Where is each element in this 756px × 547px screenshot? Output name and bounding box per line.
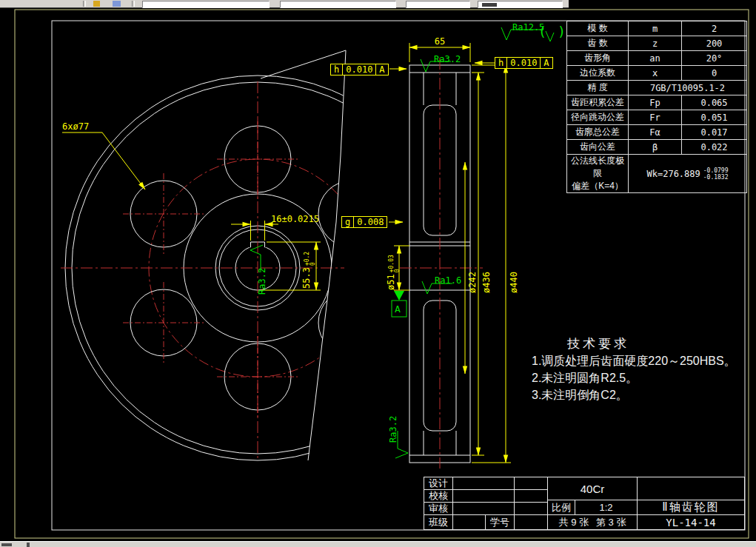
drawing-code: YL-14-14 — [637, 514, 745, 530]
roughness-bore: Ra1.6 — [435, 275, 461, 286]
scale-label: 比例 — [547, 500, 575, 515]
student-id-label: 学号 — [485, 514, 515, 530]
lightening-hole — [318, 181, 385, 247]
dim-dia-web: ø242 — [467, 272, 478, 293]
dim-holes: 6xø77 — [62, 121, 89, 132]
toolbar-icon-2[interactable] — [113, 1, 121, 7]
dimension-lines — [62, 43, 511, 463]
gdt-symbol: g — [342, 217, 354, 227]
scale-value: 1:2 — [575, 500, 638, 515]
tech-req-item: 1.调质处理后齿面硬度220～250HBS。 — [532, 352, 755, 369]
table-row: 精 度7GB/T10095.1-2 — [567, 81, 747, 95]
student-id-field — [514, 514, 548, 530]
status-bar — [0, 541, 756, 547]
toolbar-combo-text-fragment — [482, 3, 497, 7]
dim-bore: ø51+0.030 — [386, 255, 401, 290]
check-field — [452, 489, 515, 503]
gdt-symbol: h — [495, 58, 507, 68]
datum-label: A — [395, 303, 401, 315]
lightening-hole — [318, 289, 385, 356]
roughness-face-top: Ra3.2 — [434, 54, 461, 64]
roughness-paren-close: ) — [558, 24, 566, 39]
extra-field — [637, 477, 745, 500]
table-row: 齿向公差β0.022 — [567, 140, 747, 155]
class-field — [452, 514, 486, 530]
roughness-keyway: Ra3.2 — [257, 268, 267, 295]
sheet-number: 第 3 张 — [596, 516, 626, 529]
gdt-frame-right: h 0.010 A — [495, 57, 553, 69]
status-text-fragment — [1, 543, 12, 546]
dim-keyway-height: 55.3+0.20 — [301, 252, 316, 289]
title-block: 设计 校核 审核 班级 学号 40Cr 比例 1:2 Ⅱ轴齿轮图 共 9 张 第… — [424, 477, 745, 530]
toolbar-icon-1[interactable] — [93, 1, 100, 7]
technical-requirements: 技术要求 1.调质处理后齿面硬度220～250HBS。 2.未注明圆角R2.5。… — [518, 335, 755, 403]
design-date-field — [514, 477, 548, 490]
table-row: 齿形角an20° — [567, 51, 747, 66]
table-row: 公法线长度极限偏差（K=4） Wk=276.889 -0.0799-0.1832 — [567, 155, 747, 193]
gdt-frame-symmetry: g 0.008 — [341, 216, 387, 228]
toolbar-combo-3[interactable] — [406, 1, 470, 8]
cad-window: 65 6xø77 16±0.0215 55.3+0.20 ø51+0.030 ø… — [0, 0, 756, 547]
toolbar-combo-2[interactable] — [280, 1, 396, 8]
dim-keyway-width: 16±0.0215 — [271, 214, 319, 224]
toolbar-separator — [132, 1, 135, 7]
roughness-face-bottom: Ra3.2 — [388, 416, 398, 443]
datum-triangle-icon — [394, 291, 404, 301]
review-field — [452, 502, 515, 515]
status-text-fragment — [27, 543, 30, 547]
table-row: 齿距积累公差Fp0.065 — [567, 95, 747, 110]
gdt-frame-left: h 0.010 A — [330, 64, 389, 75]
gdt-tolerance: 0.010 — [343, 64, 376, 75]
table-row: 齿 数z200 — [567, 36, 747, 51]
roughness-paren-open: ( — [538, 24, 546, 39]
table-row: 齿廓总公差Fα0.017 — [567, 125, 747, 140]
table-row: 边位系数x0 — [567, 66, 747, 81]
sheet-info: 共 9 张 第 3 张 — [547, 514, 638, 530]
design-field — [452, 477, 515, 490]
gdt-datum-ref: A — [541, 58, 552, 68]
toolbar-combo-4[interactable] — [478, 1, 563, 8]
holes-leader — [102, 132, 145, 189]
review-date-field — [514, 502, 548, 515]
table-row: 径向跳动公差Fr0.051 — [567, 110, 747, 125]
class-label: 班级 — [424, 514, 453, 530]
roughness-symbols — [250, 27, 554, 458]
material: 40Cr — [547, 477, 638, 500]
dim-dia-root: ø436 — [481, 272, 492, 293]
review-label: 审核 — [424, 502, 453, 515]
gdt-tolerance: 0.010 — [507, 58, 541, 68]
toolbar — [0, 0, 569, 8]
check-date-field — [514, 489, 548, 503]
gdt-tolerance: 0.008 — [354, 217, 387, 227]
table-row: 模 数m2 — [567, 21, 747, 36]
check-label: 校核 — [424, 489, 453, 503]
gdt-datum-ref: A — [376, 64, 387, 75]
roughness-check-icon — [546, 31, 554, 41]
tech-req-item: 3.未注明倒角C2。 — [532, 386, 755, 403]
drawing-title: Ⅱ轴齿轮图 — [637, 500, 745, 515]
dim-face-width: 65 — [428, 36, 452, 47]
toolbar-separator — [83, 1, 86, 7]
tech-req-item: 2.未注明圆角R2.5。 — [532, 369, 755, 386]
tech-req-title: 技术要求 — [567, 335, 755, 352]
design-label: 设计 — [424, 477, 453, 490]
sheets-total: 共 9 张 — [559, 516, 589, 529]
gdt-symbol: h — [331, 64, 343, 75]
gear-parameter-table: 模 数m2 齿 数z200 齿形角an20° 边位系数x0 精 度7GB/T10… — [566, 21, 747, 193]
toolbar-combo-1[interactable] — [142, 1, 270, 8]
dim-dia-tip: ø440 — [509, 272, 519, 293]
